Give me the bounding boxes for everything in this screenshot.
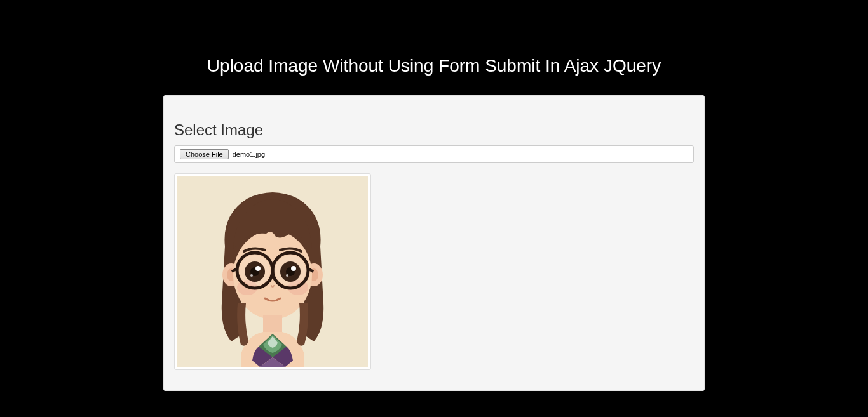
upload-panel: Select Image Choose File demo1.jpg: [163, 95, 705, 391]
svg-point-22: [286, 274, 288, 277]
selected-file-name: demo1.jpg: [233, 150, 265, 158]
image-thumbnail: [174, 173, 371, 370]
page-title: Upload Image Without Using Form Submit I…: [0, 0, 868, 95]
svg-point-19: [255, 266, 261, 271]
svg-point-21: [250, 274, 253, 277]
svg-point-20: [291, 266, 296, 271]
file-input[interactable]: Choose File demo1.jpg: [174, 145, 694, 163]
preview-image-icon: [177, 176, 368, 367]
choose-file-button[interactable]: Choose File: [180, 149, 229, 159]
select-image-label: Select Image: [174, 121, 694, 139]
